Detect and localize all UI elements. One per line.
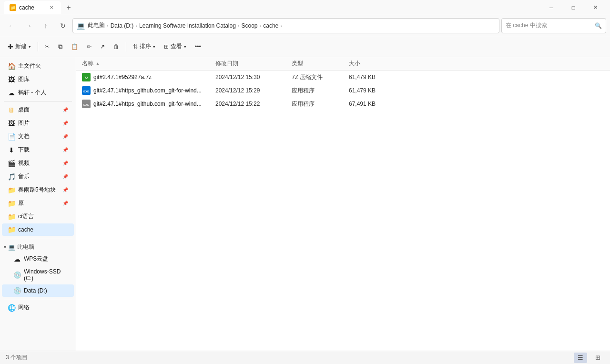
breadcrumb-scoop[interactable]: Scoop [242, 22, 258, 29]
paste-button[interactable]: 📋 [67, 39, 82, 54]
sidebar-item-desktop[interactable]: 🖥 桌面 📌 [2, 103, 74, 116]
rename-button[interactable]: ✏ [83, 39, 95, 54]
pictures-icon: 🖼 [8, 120, 15, 127]
sidebar-item-chunyu[interactable]: 📁 春雨路5号地块 📌 [2, 183, 74, 196]
sidebar-item-pictures[interactable]: 🖼 图片 📌 [2, 117, 74, 130]
col-header-date[interactable]: 修改日期 [215, 60, 292, 68]
svg-text:7Z: 7Z [84, 76, 89, 80]
sidebar-item-videos[interactable]: 🎬 视频 📌 [2, 157, 74, 170]
separator-1 [38, 42, 38, 51]
search-bar[interactable]: 在 cache 中搜索 🔍 [501, 18, 606, 33]
sidebar-item-cache[interactable]: 📁 cache [2, 223, 74, 236]
maximize-button[interactable]: □ [562, 0, 584, 15]
sort-label: 排序 [140, 42, 151, 51]
tile-view-button[interactable]: ⊞ [591, 353, 604, 363]
sidebar-item-data-d[interactable]: 💿 Data (D:) [2, 284, 74, 297]
file-type-3: 应用程序 [292, 100, 349, 108]
share-icon: ↗ [100, 43, 105, 50]
detail-view-icon: ☰ [578, 354, 583, 361]
col-header-size[interactable]: 大小 [349, 60, 396, 68]
sidebar-music-label: 音乐 [18, 172, 30, 181]
sidebar-item-ci[interactable]: 📁 ci语言 [2, 210, 74, 223]
breadcrumb-learning[interactable]: Learning Software Installation Catalog [139, 22, 236, 29]
this-pc-expand-icon: ▾ [4, 244, 6, 250]
minimize-button[interactable]: ─ [540, 0, 562, 15]
sidebar-item-wps[interactable]: ☁ WPS云盘 [2, 253, 74, 265]
sidebar-crane-label: 鹤轩 - 个人 [18, 89, 46, 97]
cache-folder-icon: 📁 [8, 226, 15, 233]
new-button[interactable]: ✚ 新建 ▾ [4, 39, 35, 54]
tab-cache[interactable]: 📁 cache ✕ [4, 1, 61, 14]
close-button[interactable]: ✕ [584, 0, 606, 15]
sidebar-item-crane[interactable]: ☁ 鹤轩 - 个人 [2, 86, 74, 99]
file-size-2: 61,479 KB [349, 87, 396, 94]
share-button[interactable]: ↗ [96, 39, 109, 54]
address-bar[interactable]: 💻 此电脑 › Data (D:) › Learning Software In… [72, 18, 499, 33]
breadcrumb-this-pc[interactable]: 此电脑 [88, 21, 105, 30]
view-button[interactable]: ⊞ 查看 ▾ [160, 39, 190, 54]
paste-icon: 📋 [71, 43, 78, 50]
col-header-type[interactable]: 类型 [292, 60, 349, 68]
sidebar-item-windows-ssd[interactable]: 💿 Windows-SSD (C:) [2, 266, 74, 284]
sidebar: 🏠 主文件夹 🖼 图库 ☁ 鹤轩 - 个人 🖥 桌面 📌 🖼 图片 📌 📄 文档… [0, 57, 76, 351]
copy-icon: ⧉ [58, 43, 62, 51]
refresh-button[interactable]: ↻ [55, 18, 71, 33]
view-icon: ⊞ [164, 43, 169, 50]
pin-icon-desktop: 📌 [62, 107, 68, 112]
view-label: 查看 [171, 42, 182, 51]
sidebar-item-network[interactable]: 🌐 网络 [2, 301, 74, 314]
nav-bar: ← → ↑ ↻ 💻 此电脑 › Data (D:) › Learning Sof… [0, 15, 610, 36]
sidebar-main-folder-label: 主文件夹 [18, 62, 41, 70]
sidebar-item-main-folder[interactable]: 🏠 主文件夹 [2, 60, 74, 72]
breadcrumb-data-d[interactable]: Data (D:) [111, 22, 134, 29]
pin-icon-downloads: 📌 [62, 147, 68, 152]
new-dropdown-icon: ▾ [29, 44, 31, 49]
file-name-3: git#2.47.1#https_github.com_git-for-wind… [93, 101, 202, 107]
table-row[interactable]: 7Z git#2.47.1#952927a.7z 2024/12/12 15:3… [76, 71, 610, 84]
sidebar-item-library[interactable]: 🖼 图库 [2, 73, 74, 86]
tab-label: cache [19, 4, 34, 11]
divider-1 [4, 101, 72, 101]
col-header-name[interactable]: 名称 ▲ [82, 60, 215, 68]
sidebar-item-downloads[interactable]: ⬇ 下载 📌 [2, 143, 74, 156]
svg-text:EXE: EXE [83, 103, 89, 106]
file-size-3: 67,491 KB [349, 101, 396, 107]
forward-button[interactable]: → [21, 18, 36, 33]
status-right: ☰ ⊞ [574, 353, 604, 363]
up-button[interactable]: ↑ [38, 18, 53, 33]
sidebar-network-label: 网络 [18, 303, 30, 312]
library-icon: 🖼 [8, 76, 15, 83]
sidebar-item-documents[interactable]: 📄 文档 📌 [2, 130, 74, 143]
file-icon-exe-2: EXE [82, 86, 91, 95]
copy-button[interactable]: ⧉ [54, 39, 66, 54]
window-controls: ─ □ ✕ [540, 0, 606, 15]
cloud-icon: ☁ [8, 89, 15, 97]
sidebar-item-yuan[interactable]: 📁 原 📌 [2, 197, 74, 210]
svg-text:EXE: EXE [83, 90, 89, 93]
new-tab-button[interactable]: + [62, 1, 75, 14]
column-headers: 名称 ▲ 修改日期 类型 大小 [76, 57, 610, 71]
new-icon: ✚ [8, 43, 13, 51]
table-row[interactable]: EXE git#2.47.1#https_github.com_git-for-… [76, 97, 610, 111]
file-type-1: 7Z 压缩文件 [292, 73, 349, 81]
chunyu-folder-icon: 📁 [8, 186, 15, 194]
delete-button[interactable]: 🗑 [110, 39, 123, 54]
sort-button[interactable]: ⇅ 排序 ▾ [129, 39, 159, 54]
tab-close-button[interactable]: ✕ [48, 4, 55, 11]
file-icon-exe-3: EXE [82, 100, 91, 108]
breadcrumb-cache[interactable]: cache [263, 22, 278, 29]
this-pc-icon: 💻 [8, 244, 15, 251]
table-row[interactable]: EXE git#2.47.1#https_github.com_git-for-… [76, 84, 610, 97]
cut-button[interactable]: ✂ [41, 39, 53, 54]
file-name-cell-1: 7Z git#2.47.1#952927a.7z [82, 73, 215, 81]
sidebar-group-this-pc[interactable]: ▾ 💻 此电脑 [0, 240, 76, 252]
sidebar-item-music[interactable]: 🎵 音乐 📌 [2, 170, 74, 183]
divider-3 [4, 299, 72, 299]
more-button[interactable]: ••• [191, 39, 205, 54]
this-pc-label: 此电脑 [17, 243, 34, 251]
new-label: 新建 [15, 42, 27, 51]
detail-view-button[interactable]: ☰ [574, 353, 587, 363]
back-button[interactable]: ← [4, 18, 19, 33]
tab-area: 📁 cache ✕ + [4, 0, 75, 15]
sidebar-data-d-label: Data (D:) [24, 287, 47, 294]
